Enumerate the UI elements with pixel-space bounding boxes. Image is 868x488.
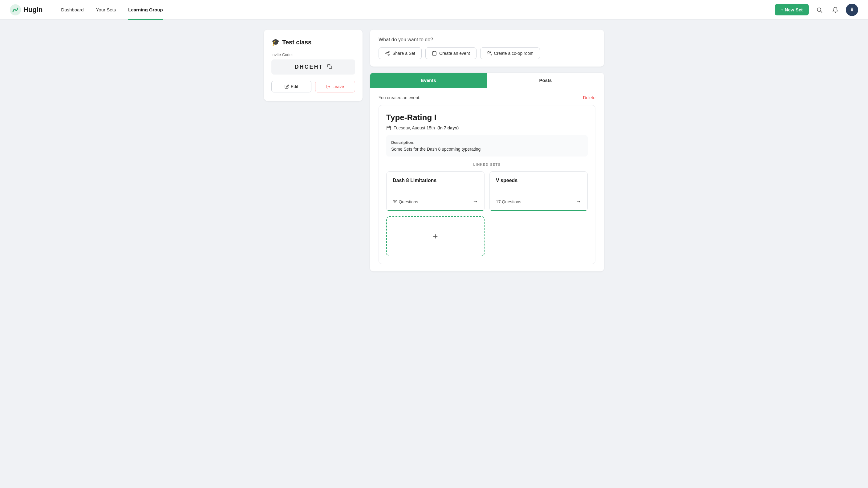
svg-line-10 <box>387 52 389 53</box>
search-button[interactable] <box>814 4 825 16</box>
invite-code-box: DHCEHT <box>271 59 355 74</box>
nav-item-your-sets[interactable]: Your Sets <box>90 0 122 20</box>
set-name-dash8: Dash 8 Limitations <box>393 178 478 183</box>
invite-code-label: Invite Code: <box>271 52 355 57</box>
event-name: Type-Rating I <box>386 113 588 122</box>
edit-icon <box>285 84 289 89</box>
sidebar: 🎓 Test class Invite Code: DHCEHT Edit <box>264 30 363 271</box>
edit-label: Edit <box>291 84 298 89</box>
add-set-card[interactable]: + <box>386 216 485 256</box>
delete-link[interactable]: Delete <box>583 95 595 100</box>
navbar: Hugin Dashboard Your Sets Learning Group… <box>0 0 868 20</box>
class-emoji: 🎓 <box>271 38 280 46</box>
svg-rect-4 <box>329 66 332 69</box>
action-buttons: Share a Set Create an event Create a co-… <box>378 48 595 59</box>
event-date-text: Tuesday, August 15th <box>394 125 435 130</box>
bell-icon <box>832 7 838 13</box>
arrow-icon-dash8: → <box>472 199 478 205</box>
create-coop-button[interactable]: Create a co-op room <box>480 48 540 59</box>
set-name-vspeeds: V speeds <box>496 178 581 183</box>
arrow-icon-vspeeds: → <box>576 199 581 205</box>
action-card: What do you want to do? Share a Set Crea… <box>370 30 604 66</box>
main-content: What do you want to do? Share a Set Crea… <box>370 30 604 271</box>
tabs-container: Events Posts You created an event: Delet… <box>370 73 604 271</box>
invite-code: DHCEHT <box>295 64 323 70</box>
leave-label: Leave <box>332 84 344 89</box>
svg-point-3 <box>851 7 853 9</box>
event-description: Description: Some Sets for the Dash 8 up… <box>386 135 588 156</box>
tab-posts[interactable]: Posts <box>487 73 604 88</box>
nav-item-learning-group[interactable]: Learning Group <box>122 0 169 20</box>
event-days-away: (In 7 days) <box>437 125 459 130</box>
notifications-button[interactable] <box>830 4 841 16</box>
set-card-vspeeds[interactable]: V speeds 17 Questions → <box>490 171 588 211</box>
share-set-button[interactable]: Share a Set <box>378 48 422 59</box>
description-text: Some Sets for the Dash 8 upcoming typera… <box>391 147 583 152</box>
edit-button[interactable]: Edit <box>271 81 311 92</box>
create-coop-label: Create a co-op room <box>494 51 533 56</box>
set-questions-dash8: 39 Questions <box>393 199 418 204</box>
copy-icon[interactable] <box>327 64 332 70</box>
navbar-right: + New Set <box>775 4 858 16</box>
you-created-label: You created an event: <box>378 95 421 100</box>
class-name: Test class <box>282 39 311 46</box>
logo-text: Hugin <box>23 6 42 14</box>
leave-icon <box>326 84 331 89</box>
avatar-icon <box>848 5 856 14</box>
share-set-label: Share a Set <box>393 51 415 56</box>
sets-grid: Dash 8 Limitations 39 Questions → V spee… <box>386 171 588 256</box>
leave-button[interactable]: Leave <box>315 81 355 92</box>
search-icon <box>816 7 823 13</box>
avatar[interactable] <box>846 4 858 16</box>
page-content: 🎓 Test class Invite Code: DHCEHT Edit <box>249 20 619 281</box>
new-set-button[interactable]: + New Set <box>775 4 809 16</box>
calendar-icon <box>432 51 437 56</box>
set-footer-vspeeds: 17 Questions → <box>496 199 581 205</box>
logo-icon <box>10 4 21 16</box>
class-actions: Edit Leave <box>271 81 355 92</box>
event-card: Type-Rating I Tuesday, August 15th (In 7… <box>378 105 595 264</box>
tab-events[interactable]: Events <box>370 73 487 88</box>
add-set-plus: + <box>433 232 438 241</box>
nav-item-dashboard[interactable]: Dashboard <box>55 0 90 20</box>
group-icon <box>487 51 492 56</box>
set-card-dash8[interactable]: Dash 8 Limitations 39 Questions → <box>386 171 485 211</box>
create-event-label: Create an event <box>439 51 470 56</box>
description-label: Description: <box>391 140 583 145</box>
logo[interactable]: Hugin <box>10 4 42 16</box>
svg-line-2 <box>820 11 822 12</box>
nav-menu: Dashboard Your Sets Learning Group <box>55 0 774 20</box>
linked-sets-label: LINKED SETS <box>386 163 588 166</box>
tabs-header: Events Posts <box>370 73 604 88</box>
svg-rect-16 <box>387 126 391 130</box>
event-header: You created an event: Delete <box>378 95 595 100</box>
set-questions-vspeeds: 17 Questions <box>496 199 522 204</box>
calendar-date-icon <box>386 125 391 130</box>
svg-point-15 <box>488 52 489 53</box>
action-prompt: What do you want to do? <box>378 37 595 42</box>
event-date: Tuesday, August 15th (In 7 days) <box>386 125 588 130</box>
event-content: You created an event: Delete Type-Rating… <box>370 88 604 271</box>
svg-line-9 <box>387 54 389 55</box>
class-card: 🎓 Test class Invite Code: DHCEHT Edit <box>264 30 363 101</box>
share-icon <box>385 51 390 56</box>
svg-rect-11 <box>432 52 436 56</box>
create-event-button[interactable]: Create an event <box>425 48 476 59</box>
set-footer-dash8: 39 Questions → <box>393 199 478 205</box>
class-title: 🎓 Test class <box>271 38 355 46</box>
